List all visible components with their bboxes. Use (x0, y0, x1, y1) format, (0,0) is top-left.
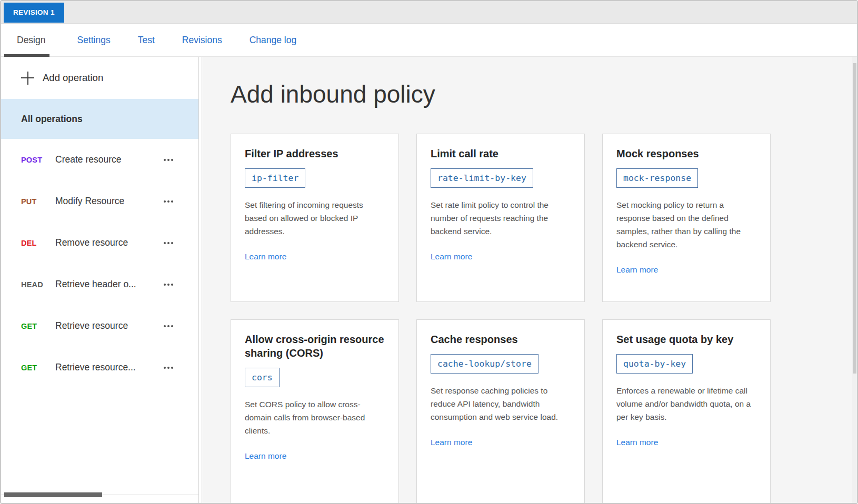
more-options-icon[interactable] (164, 159, 174, 161)
learn-more-link[interactable]: Learn more (431, 438, 472, 447)
card-title: Filter IP addresses (245, 147, 385, 160)
method-badge: HEAD (21, 280, 55, 289)
page-title: Add inbound policy (231, 79, 857, 109)
method-badge: DEL (21, 239, 55, 247)
operation-name: Retrieve resource (55, 320, 164, 331)
more-options-icon[interactable] (164, 325, 174, 327)
operations-sidebar: Add operation All operations POST Create… (1, 57, 199, 504)
policy-tag-button[interactable]: cors (245, 368, 280, 387)
policy-card-cache-responses: Cache responses cache-lookup/store Set r… (416, 319, 585, 504)
tab-design[interactable]: Design (4, 24, 49, 57)
add-operation-label: Add operation (43, 72, 103, 84)
card-description: Enforces a renewable or lifetime call vo… (616, 384, 756, 424)
vertical-scrollbar-track[interactable] (852, 57, 857, 504)
learn-more-link[interactable]: Learn more (616, 438, 658, 447)
api-management-design-page: REVISION 1 Design Settings Test Revision… (0, 0, 858, 504)
operation-name: Remove resource (55, 237, 164, 248)
policy-tag-button[interactable]: ip-filter (245, 168, 305, 188)
card-description: Set rate limit policy to control the num… (431, 198, 571, 238)
sidebar-item-retrieve-resource-2[interactable]: GET Retrieve resource... (1, 347, 198, 388)
learn-more-link[interactable]: Learn more (431, 252, 472, 261)
policy-tag-button[interactable]: cache-lookup/store (431, 354, 538, 374)
horizontal-scrollbar[interactable] (4, 492, 102, 497)
policy-card-filter-ip: Filter IP addresses ip-filter Set filter… (231, 134, 399, 302)
learn-more-link[interactable]: Learn more (245, 451, 286, 461)
policy-card-cors: Allow cross-origin resource sharing (COR… (231, 319, 399, 504)
more-options-icon[interactable] (164, 200, 174, 203)
card-description: Set filtering of incoming requests based… (245, 198, 385, 238)
card-description: Set CORS policy to allow cross-domain ca… (245, 398, 385, 437)
vertical-scrollbar-thumb[interactable] (853, 63, 856, 374)
policy-card-limit-call-rate: Limit call rate rate-limit-by-key Set ra… (416, 134, 585, 302)
policy-tag-button[interactable]: mock-response (616, 168, 698, 188)
card-description: Set response caching policies to reduce … (431, 384, 571, 424)
tab-test[interactable]: Test (138, 24, 155, 57)
revision-topbar: REVISION 1 (1, 1, 857, 24)
sidebar-item-create-resource[interactable]: POST Create resource (1, 139, 198, 180)
tab-change-log[interactable]: Change log (250, 24, 297, 57)
more-options-icon[interactable] (164, 367, 174, 369)
sidebar-item-remove-resource[interactable]: DEL Remove resource (1, 222, 198, 264)
method-badge: GET (21, 322, 55, 330)
all-operations-label: All operations (21, 114, 83, 125)
policy-card-quota-by-key: Set usage quota by key quota-by-key Enfo… (602, 319, 771, 504)
operation-name: Retrieve resource... (55, 362, 164, 373)
tab-settings[interactable]: Settings (77, 24, 110, 57)
add-operation-button[interactable]: Add operation (1, 57, 198, 99)
revision-badge: REVISION 1 (4, 3, 64, 23)
sidebar-item-retrieve-resource[interactable]: GET Retrieve resource (1, 305, 198, 347)
policy-tag-button[interactable]: quota-by-key (616, 354, 693, 374)
add-inbound-policy-panel: Add inbound policy Filter IP addresses i… (202, 57, 857, 504)
policy-card-mock-responses: Mock responses mock-response Set mocking… (602, 134, 771, 302)
tab-revisions[interactable]: Revisions (182, 24, 222, 57)
learn-more-link[interactable]: Learn more (245, 252, 286, 261)
card-title: Allow cross-origin resource sharing (COR… (245, 332, 385, 360)
more-options-icon[interactable] (164, 242, 174, 244)
card-title: Cache responses (431, 332, 571, 346)
tab-bar: Design Settings Test Revisions Change lo… (1, 24, 857, 57)
policy-cards-grid: Filter IP addresses ip-filter Set filter… (231, 134, 857, 504)
card-description: Set mocking policy to return a response … (616, 198, 756, 251)
operation-name: Modify Resource (55, 196, 164, 207)
method-badge: GET (21, 364, 55, 372)
method-badge: POST (21, 156, 55, 164)
more-options-icon[interactable] (164, 284, 174, 286)
operation-name: Create resource (55, 154, 164, 165)
card-title: Limit call rate (431, 147, 571, 160)
policy-tag-button[interactable]: rate-limit-by-key (431, 168, 533, 188)
card-title: Set usage quota by key (616, 332, 756, 346)
learn-more-link[interactable]: Learn more (616, 265, 658, 275)
operation-name: Retrieve header o... (55, 279, 164, 290)
plus-icon (21, 72, 34, 85)
sidebar-item-all-operations[interactable]: All operations (1, 99, 198, 139)
method-badge: PUT (21, 197, 55, 206)
sidebar-item-retrieve-header[interactable]: HEAD Retrieve header o... (1, 264, 198, 305)
sidebar-item-modify-resource[interactable]: PUT Modify Resource (1, 180, 198, 222)
card-title: Mock responses (616, 147, 756, 160)
